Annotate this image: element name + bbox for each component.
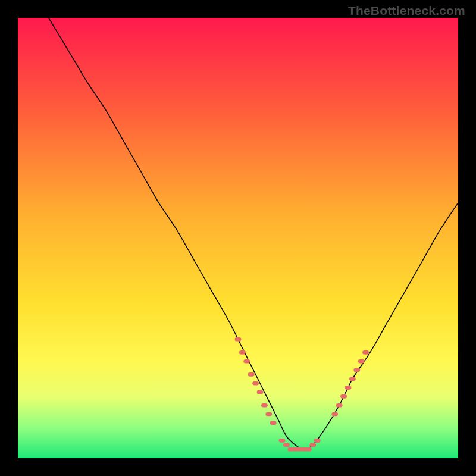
data-point: [305, 447, 312, 452]
data-point: [336, 403, 343, 408]
data-point: [279, 439, 286, 443]
data-point: [239, 350, 246, 355]
data-point: [270, 421, 277, 425]
watermark: TheBottleneck.com: [348, 4, 465, 18]
data-point: [265, 412, 272, 416]
data-point: [243, 359, 250, 364]
data-point: [261, 403, 268, 408]
data-point: [362, 350, 369, 355]
data-point: [353, 368, 360, 372]
data-point: [257, 390, 264, 394]
data-point: [283, 443, 290, 447]
data-point: [314, 439, 321, 443]
data-point: [358, 359, 365, 364]
data-point: [248, 372, 255, 377]
data-point: [309, 443, 316, 447]
data-point: [340, 394, 347, 399]
data-point: [345, 386, 352, 390]
data-point: [252, 381, 259, 386]
chart: [18, 18, 458, 458]
chart-background: [18, 18, 458, 458]
data-point: [235, 337, 242, 342]
data-point: [349, 377, 356, 381]
data-point: [331, 412, 338, 416]
